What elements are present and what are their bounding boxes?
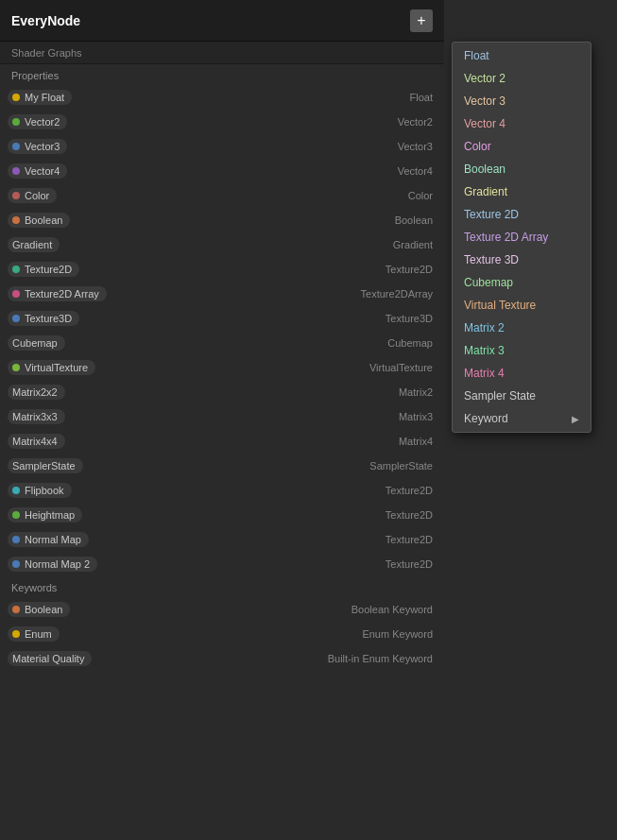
chip-label: Enum: [25, 628, 52, 640]
chip-label: Heightmap: [25, 509, 75, 521]
chip-dot: [12, 143, 20, 150]
chip-label: Matrix3x3: [12, 411, 58, 422]
chip-dot: [12, 192, 20, 199]
chip-label: Material Quality: [12, 653, 84, 664]
dropdown-menu-item[interactable]: Texture 2D Array: [453, 226, 591, 249]
menu-item-label: Gradient: [464, 185, 507, 198]
chip-label: Vector4: [25, 165, 60, 177]
list-item[interactable]: Texture2D ArrayTexture2DArray: [0, 282, 444, 306]
list-item[interactable]: Vector3Vector3: [0, 134, 444, 159]
list-item[interactable]: EnumEnum Keyword: [0, 622, 444, 646]
dropdown-menu-item[interactable]: Cubemap: [453, 271, 591, 294]
chevron-right-icon: ▶: [572, 414, 579, 424]
prop-type: Float: [410, 92, 433, 103]
menu-item-label: Matrix 4: [464, 367, 505, 380]
prop-type: Texture2D: [386, 509, 433, 521]
menu-item-label: Sampler State: [464, 389, 536, 403]
app-title: EveryNode: [11, 13, 80, 28]
dropdown-menu-item[interactable]: Keyword▶: [453, 407, 591, 430]
chip-dot: [12, 266, 20, 273]
dropdown-menu-item[interactable]: Matrix 4: [453, 362, 591, 385]
list-item[interactable]: My FloatFloat: [0, 85, 444, 110]
menu-item-label: Vector 2: [464, 72, 506, 85]
dropdown-menu-item[interactable]: Float: [453, 44, 591, 67]
prop-type: Color: [408, 190, 433, 201]
prop-type: Vector2: [398, 116, 433, 128]
menu-item-label: Texture 2D Array: [464, 231, 548, 244]
chip-dot: [12, 511, 20, 519]
menu-item-label: Vector 4: [464, 117, 506, 130]
list-item[interactable]: HeightmapTexture2D: [0, 503, 444, 527]
menu-item-label: Texture 2D: [464, 208, 519, 221]
menu-item-label: Cubemap: [464, 276, 513, 289]
add-button[interactable]: +: [410, 9, 433, 32]
list-item[interactable]: Matrix4x4Matrix4: [0, 429, 444, 454]
dropdown-menu-item[interactable]: Vector 2: [453, 67, 591, 90]
chip-label: Flipbook: [25, 485, 64, 496]
list-item[interactable]: GradientGradient: [0, 232, 444, 257]
prop-type: SamplerState: [369, 460, 433, 471]
dropdown-menu-item[interactable]: Sampler State: [453, 385, 591, 407]
list-item[interactable]: Vector4Vector4: [0, 159, 444, 183]
list-item[interactable]: BooleanBoolean Keyword: [0, 597, 444, 622]
menu-item-label: Float: [464, 49, 489, 62]
chip-dot: [12, 630, 20, 638]
prop-type: Boolean: [395, 214, 433, 226]
chip-label: Texture2D: [25, 264, 72, 275]
chip-dot: [12, 167, 20, 175]
main-panel: EveryNode + Shader Graphs Properties My …: [0, 0, 444, 840]
dropdown-menu-item[interactable]: Texture 2D: [453, 203, 591, 226]
properties-scroll[interactable]: Properties My FloatFloatVector2Vector2Ve…: [0, 64, 444, 840]
list-item[interactable]: Vector2Vector2: [0, 110, 444, 134]
dropdown-menu-item[interactable]: Texture 3D: [453, 249, 591, 271]
dropdown-menu-item[interactable]: Color: [453, 135, 591, 158]
list-item[interactable]: FlipbookTexture2D: [0, 478, 444, 503]
dropdown-menu-item[interactable]: Boolean: [453, 158, 591, 180]
prop-type: VirtualTexture: [369, 362, 433, 373]
chip-label: Matrix4x4: [12, 436, 58, 447]
dropdown-menu-item[interactable]: Virtual Texture: [453, 294, 591, 317]
prop-type: Boolean Keyword: [351, 604, 433, 615]
list-item[interactable]: Material QualityBuilt-in Enum Keyword: [0, 646, 444, 671]
dropdown-menu-item[interactable]: Vector 3: [453, 90, 591, 112]
shader-graphs-label: Shader Graphs: [11, 47, 82, 59]
list-item[interactable]: Texture2DTexture2D: [0, 257, 444, 282]
chip-label: Normal Map 2: [25, 558, 90, 570]
chip-dot: [12, 536, 20, 543]
list-item[interactable]: SamplerStateSamplerState: [0, 454, 444, 478]
dropdown-menu: FloatVector 2Vector 3Vector 4ColorBoolea…: [452, 42, 591, 433]
list-item[interactable]: CubemapCubemap: [0, 331, 444, 355]
prop-type: Texture2DArray: [361, 288, 433, 300]
menu-item-label: Keyword: [464, 412, 508, 425]
chip-label: Texture2D Array: [25, 288, 99, 300]
header: EveryNode +: [0, 0, 444, 42]
dropdown-menu-item[interactable]: Gradient: [453, 180, 591, 203]
prop-type: Built-in Enum Keyword: [328, 653, 433, 664]
prop-type: Texture3D: [386, 313, 433, 324]
prop-type: Vector3: [398, 141, 433, 152]
prop-type: Texture2D: [386, 485, 433, 496]
list-item[interactable]: VirtualTextureVirtualTexture: [0, 355, 444, 380]
chip-label: Color: [25, 190, 49, 201]
list-item[interactable]: Normal MapTexture2D: [0, 527, 444, 552]
menu-item-label: Color: [464, 140, 491, 153]
list-item[interactable]: Matrix2x2Matrix2: [0, 380, 444, 404]
list-item[interactable]: Texture3DTexture3D: [0, 306, 444, 331]
chip-label: Matrix2x2: [12, 386, 58, 398]
chip-label: Boolean: [25, 214, 62, 226]
prop-type: Matrix3: [399, 411, 433, 422]
chip-dot: [12, 290, 20, 298]
list-item[interactable]: ColorColor: [0, 183, 444, 208]
prop-type: Texture2D: [386, 264, 433, 275]
list-item[interactable]: Matrix3x3Matrix3: [0, 404, 444, 429]
menu-item-label: Matrix 3: [464, 344, 505, 357]
menu-item-label: Virtual Texture: [464, 299, 536, 312]
dropdown-menu-item[interactable]: Matrix 3: [453, 339, 591, 362]
dropdown-menu-item[interactable]: Vector 4: [453, 112, 591, 135]
list-item[interactable]: BooleanBoolean: [0, 208, 444, 232]
dropdown-menu-item[interactable]: Matrix 2: [453, 317, 591, 339]
chip-label: Vector2: [25, 116, 60, 128]
prop-type: Vector4: [398, 165, 433, 177]
properties-section-label: Properties: [0, 64, 444, 85]
list-item[interactable]: Normal Map 2Texture2D: [0, 552, 444, 576]
